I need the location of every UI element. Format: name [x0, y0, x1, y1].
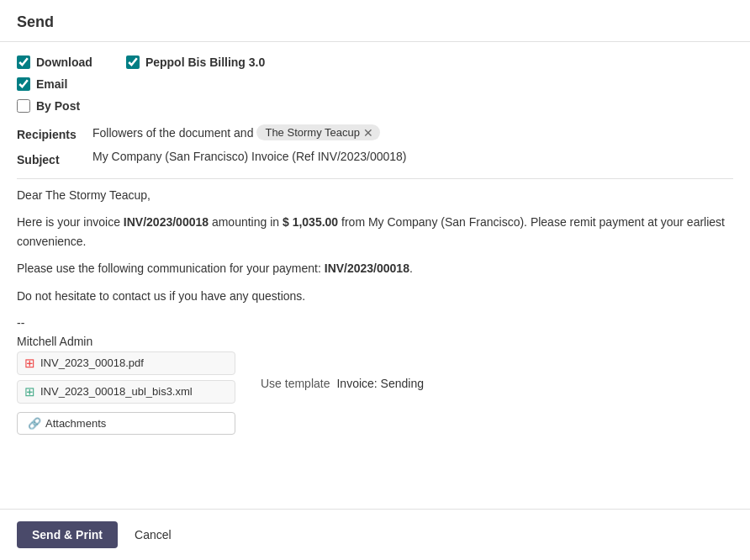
recipient-tag[interactable]: The Stormy Teacup ✕ [256, 124, 379, 140]
peppol-checkbox-item[interactable]: Peppol Bis Billing 3.0 [126, 55, 265, 69]
para1-amount: $ 1,035.00 [283, 215, 338, 229]
email-para3: Do not hesitate to contact us if you hav… [17, 287, 733, 305]
subject-value: My Company (San Francisco) Invoice (Ref … [92, 150, 733, 163]
recipients-row: Recipients Followers of the document and… [17, 124, 733, 141]
dialog-title: Send [17, 13, 54, 30]
use-template-value[interactable]: Invoice: Sending [336, 377, 424, 390]
para1-invoice: INV/2023/00018 [124, 215, 209, 229]
cancel-button[interactable]: Cancel [126, 521, 180, 548]
attachment-xml-name: INV_2023_00018_ubl_bis3.xml [40, 385, 193, 398]
recipients-container: Followers of the document and The Stormy… [92, 124, 733, 140]
attachment-pdf-name: INV_2023_00018.pdf [40, 357, 144, 369]
tag-close-icon[interactable]: ✕ [363, 127, 373, 139]
download-checkbox[interactable] [17, 55, 30, 69]
email-body: Dear The Stormy Teacup, Here is your inv… [17, 186, 733, 305]
peppol-label: Peppol Bis Billing 3.0 [145, 55, 265, 69]
by-post-checkbox-item[interactable]: By Post [17, 99, 80, 113]
dialog-body: Download Peppol Bis Billing 3.0 Email By… [0, 42, 750, 509]
attachments-btn-label: Attachments [45, 417, 106, 430]
by-post-checkbox[interactable] [17, 99, 30, 113]
attachments-left: ⊞ INV_2023_00018.pdf ⊞ INV_2023_00018_ub… [17, 351, 235, 435]
send-print-button[interactable]: Send & Print [17, 521, 118, 548]
para2-suffix: . [409, 262, 413, 275]
email-greeting: Dear The Stormy Teacup, [17, 186, 733, 204]
options-row-2: Email [17, 77, 733, 91]
download-label: Download [36, 55, 92, 69]
attachments-button[interactable]: 🔗 Attachments [17, 412, 235, 435]
send-dialog: Send Download Peppol Bis Billing 3.0 Ema… [0, 0, 750, 560]
download-checkbox-item[interactable]: Download [17, 55, 92, 69]
email-para2: Please use the following communication f… [17, 259, 733, 277]
by-post-row: By Post [17, 99, 733, 113]
subject-row: Subject My Company (San Francisco) Invoi… [17, 150, 733, 166]
divider [17, 178, 733, 179]
use-template-label: Use template [261, 377, 330, 390]
use-template-section: Use template Invoice: Sending [261, 351, 424, 390]
xml-icon: ⊞ [24, 384, 35, 399]
tag-name: The Stormy Teacup [265, 126, 359, 139]
attachments-link-icon: 🔗 [28, 417, 41, 430]
email-signature: -- Mitchell Admin [17, 314, 733, 351]
attachment-xml[interactable]: ⊞ INV_2023_00018_ubl_bis3.xml [17, 380, 235, 404]
para2-prefix: Please use the following communication f… [17, 262, 325, 275]
email-checkbox[interactable] [17, 77, 30, 91]
attachment-pdf[interactable]: ⊞ INV_2023_00018.pdf [17, 351, 235, 375]
pdf-icon: ⊞ [24, 356, 35, 371]
signature-dash: -- [17, 314, 733, 332]
signature-name: Mitchell Admin [17, 332, 733, 351]
by-post-label: By Post [36, 99, 80, 113]
para1-prefix: Here is your invoice [17, 215, 124, 229]
email-label: Email [36, 77, 67, 91]
recipients-label: Recipients [17, 124, 92, 141]
para2-invoice: INV/2023/00018 [325, 262, 409, 275]
email-para1: Here is your invoice INV/2023/00018 amou… [17, 213, 733, 251]
recipients-value: Followers of the document and The Stormy… [92, 124, 733, 140]
options-row-1: Download Peppol Bis Billing 3.0 [17, 55, 733, 69]
email-checkbox-item[interactable]: Email [17, 77, 67, 91]
peppol-checkbox[interactable] [126, 55, 140, 69]
dialog-footer: Send & Print Cancel [0, 509, 750, 560]
attachments-row: ⊞ INV_2023_00018.pdf ⊞ INV_2023_00018_ub… [17, 351, 733, 435]
dialog-header: Send [0, 0, 750, 42]
para1-amount-prefix: amounting in [209, 215, 283, 229]
recipients-prefix: Followers of the document and [92, 126, 253, 140]
subject-label: Subject [17, 150, 92, 166]
